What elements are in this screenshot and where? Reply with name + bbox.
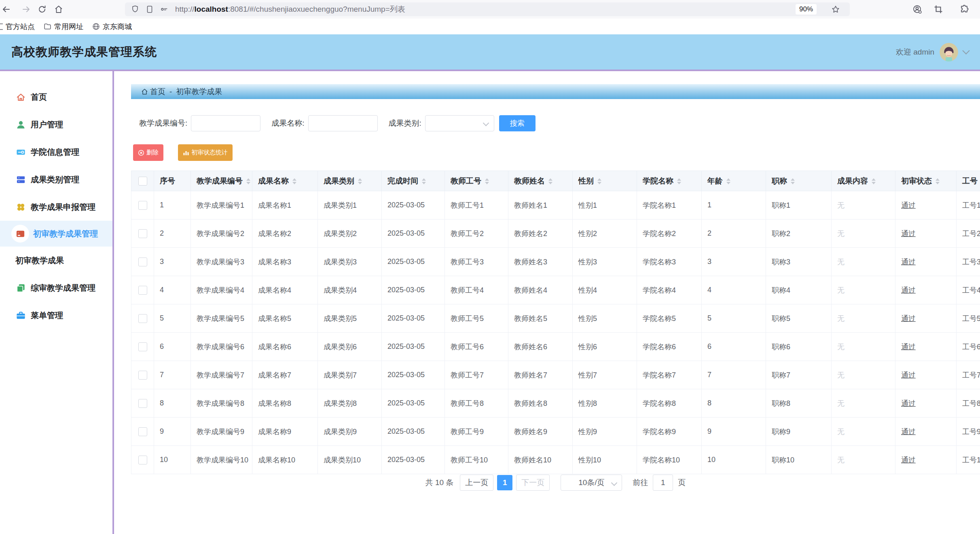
sort-asc-caret[interactable] <box>358 178 362 181</box>
status-link[interactable]: 通过 <box>901 399 916 407</box>
sort-carets[interactable] <box>422 178 426 184</box>
sort-asc-caret[interactable] <box>485 178 489 181</box>
row-checkbox[interactable] <box>138 342 147 351</box>
column-header[interactable]: 教师工号 <box>445 171 508 191</box>
sort-desc-caret[interactable] <box>422 182 426 184</box>
sidebar-item-first-review-management[interactable]: 初审教学成果管理 <box>0 221 112 247</box>
column-header[interactable]: 职称 <box>766 171 832 191</box>
column-header[interactable]: 成果名称 <box>252 171 318 191</box>
prev-page-button[interactable]: 上一页 <box>460 475 493 491</box>
sort-asc-caret[interactable] <box>936 178 940 181</box>
status-link[interactable]: 通过 <box>901 343 916 351</box>
row-checkbox[interactable] <box>138 399 147 408</box>
first-review-stats-button[interactable]: 初审状态统计 <box>178 144 233 161</box>
sort-desc-caret[interactable] <box>677 182 681 184</box>
bookmark-item[interactable]: 官方站点 <box>0 22 35 32</box>
sidebar-item-menu-management[interactable]: 菜单管理 <box>0 302 112 329</box>
bookmark-item[interactable]: 京东商城 <box>92 22 132 32</box>
row-checkbox[interactable] <box>138 427 147 436</box>
column-header[interactable]: 性别 <box>573 171 637 191</box>
next-page-button[interactable]: 下一页 <box>516 475 550 491</box>
sort-desc-caret[interactable] <box>292 182 296 184</box>
sidebar-item-achievement-declare[interactable]: 教学成果申报管理 <box>0 193 112 221</box>
search-button[interactable]: 搜索 <box>499 115 536 131</box>
sort-desc-caret[interactable] <box>726 182 730 184</box>
sidebar-item-combined-review[interactable]: 综审教学成果管理 <box>0 274 112 302</box>
column-header[interactable]: 工号 <box>957 171 980 191</box>
sort-asc-caret[interactable] <box>677 178 681 181</box>
status-link[interactable]: 通过 <box>901 428 916 436</box>
sort-desc-caret[interactable] <box>597 182 601 184</box>
status-link[interactable]: 通过 <box>901 314 916 323</box>
breadcrumb-home[interactable]: 首页 <box>150 87 165 97</box>
sort-asc-caret[interactable] <box>791 178 795 181</box>
sort-asc-caret[interactable] <box>726 178 730 181</box>
page-info-icon[interactable] <box>145 5 154 14</box>
sort-carets[interactable] <box>292 178 296 184</box>
zoom-indicator[interactable]: 90% <box>796 4 817 15</box>
achievement-name-input[interactable] <box>308 115 378 131</box>
avatar[interactable] <box>940 43 958 61</box>
sort-desc-caret[interactable] <box>246 182 250 184</box>
achievement-code-input[interactable] <box>191 115 260 131</box>
row-checkbox[interactable] <box>138 456 147 464</box>
column-header[interactable]: 初审状态 <box>895 171 957 191</box>
select-all-checkbox[interactable] <box>138 177 147 186</box>
forward-button[interactable] <box>21 4 31 14</box>
sort-carets[interactable] <box>936 178 940 184</box>
sort-asc-caret[interactable] <box>422 178 426 181</box>
sort-desc-caret[interactable] <box>548 182 552 184</box>
sidebar-item-college-info[interactable]: 学院信息管理 <box>0 138 112 166</box>
status-link[interactable]: 通过 <box>901 201 916 209</box>
sort-carets[interactable] <box>246 178 250 184</box>
bookmark-star-icon[interactable] <box>831 5 840 15</box>
current-page[interactable]: 1 <box>497 475 512 490</box>
sidebar-item-first-review-list[interactable]: 初审教学成果 <box>0 247 112 274</box>
home-button[interactable] <box>54 4 63 14</box>
sort-asc-caret[interactable] <box>292 178 296 181</box>
sort-carets[interactable] <box>726 178 730 184</box>
sort-carets[interactable] <box>358 178 362 184</box>
column-header[interactable]: 学院名称 <box>637 171 702 191</box>
extensions-icon[interactable] <box>959 4 969 14</box>
bookmark-item[interactable]: 常用网址 <box>44 22 83 32</box>
column-header[interactable]: 序号 <box>154 171 191 191</box>
sort-carets[interactable] <box>791 178 795 184</box>
status-link[interactable]: 通过 <box>901 258 916 266</box>
sort-asc-caret[interactable] <box>872 178 876 181</box>
goto-page-input[interactable]: 1 <box>653 475 673 491</box>
sort-asc-caret[interactable] <box>246 178 250 181</box>
page-size-select[interactable]: 10条/页 <box>561 475 622 491</box>
sort-desc-caret[interactable] <box>791 182 795 184</box>
sort-desc-caret[interactable] <box>872 182 876 184</box>
permissions-icon[interactable] <box>160 5 169 14</box>
status-link[interactable]: 通过 <box>901 230 916 238</box>
row-checkbox[interactable] <box>138 314 147 323</box>
row-checkbox[interactable] <box>138 201 147 210</box>
status-link[interactable]: 通过 <box>901 371 916 379</box>
sort-desc-caret[interactable] <box>936 182 940 184</box>
delete-button[interactable]: 删除 <box>133 144 163 161</box>
status-link[interactable]: 通过 <box>901 456 916 464</box>
sort-carets[interactable] <box>485 178 489 184</box>
screenshot-icon[interactable] <box>933 4 943 14</box>
status-link[interactable]: 通过 <box>901 286 916 294</box>
sidebar-item-achievement-category[interactable]: 成果类别管理 <box>0 166 112 193</box>
sidebar-item-user-management[interactable]: 用户管理 <box>0 111 112 138</box>
shield-icon[interactable] <box>131 5 140 14</box>
sort-carets[interactable] <box>548 178 552 184</box>
sort-desc-caret[interactable] <box>485 182 489 184</box>
column-header[interactable]: 成果内容 <box>832 171 895 191</box>
reload-button[interactable] <box>37 4 47 14</box>
column-header[interactable]: 教师姓名 <box>508 171 573 191</box>
category-select[interactable] <box>425 115 494 131</box>
column-header[interactable]: 教学成果编号 <box>191 171 252 191</box>
sort-carets[interactable] <box>597 178 601 184</box>
column-header[interactable]: 完成时间 <box>382 171 445 191</box>
back-button[interactable] <box>1 4 11 14</box>
sidebar-item-home[interactable]: 首页 <box>0 83 112 111</box>
account-icon[interactable] <box>912 4 922 14</box>
sort-desc-caret[interactable] <box>358 182 362 184</box>
url-bar[interactable]: http://localhost:8081/#/chushenjiaoxuech… <box>125 2 850 16</box>
sort-carets[interactable] <box>872 178 876 184</box>
